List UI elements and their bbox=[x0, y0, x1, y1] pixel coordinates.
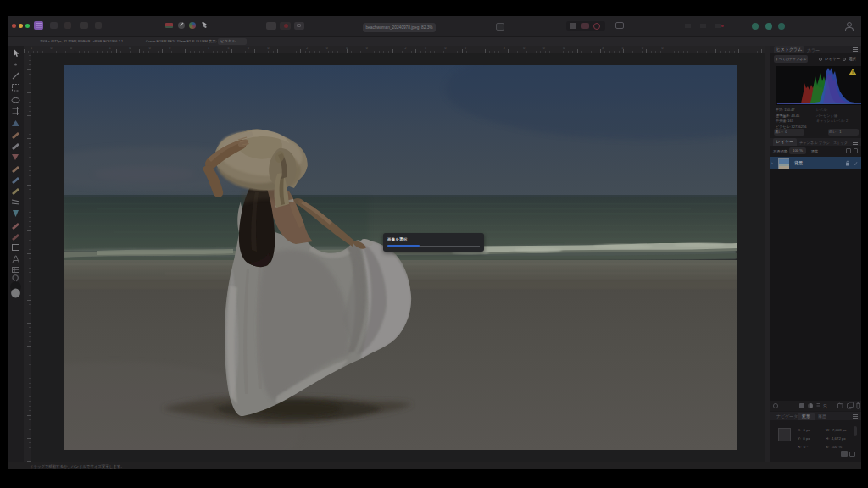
svg-text:S: S bbox=[823, 403, 827, 409]
